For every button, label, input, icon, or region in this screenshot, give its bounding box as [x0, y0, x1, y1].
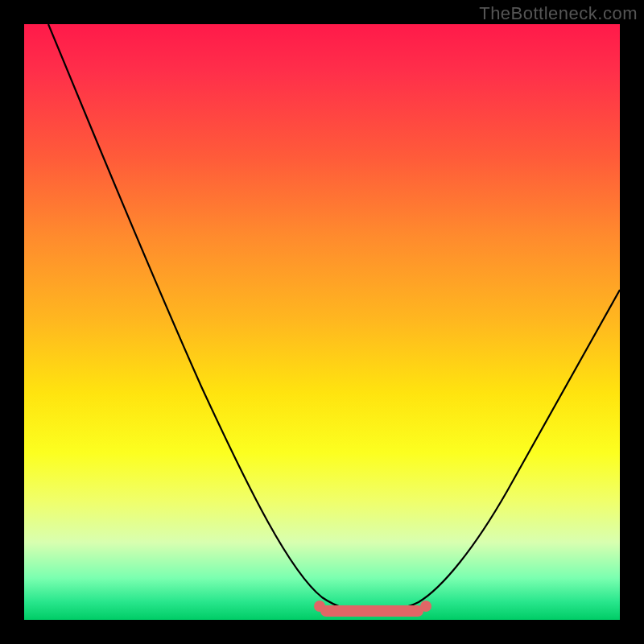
curve-svg [24, 24, 620, 620]
watermark-text: TheBottleneck.com [479, 3, 638, 24]
chart-frame: TheBottleneck.com [0, 0, 644, 644]
optimal-range-marker-dot-left [314, 601, 325, 612]
bottleneck-curve [48, 24, 620, 612]
plot-area [24, 24, 620, 620]
optimal-range-marker-dot-right [420, 601, 431, 612]
optimal-range-marker [320, 605, 423, 617]
